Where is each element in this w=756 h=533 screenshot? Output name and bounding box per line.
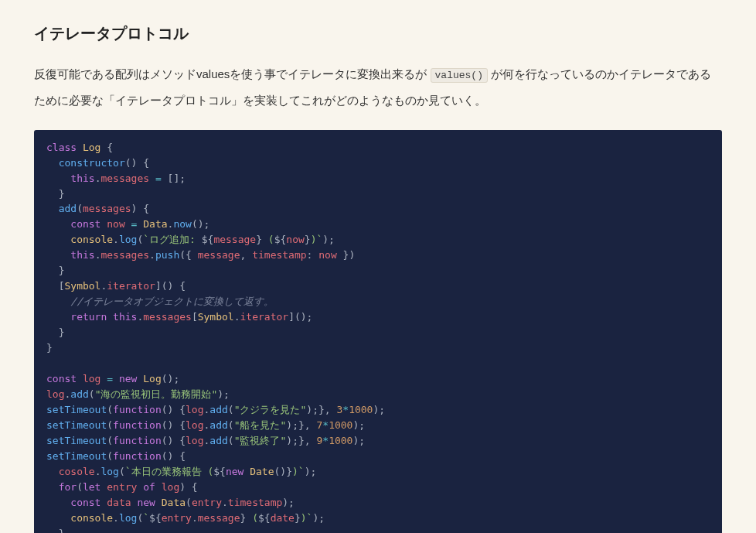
paragraph-text-before: 反復可能である配列はメソッドvaluesを使う事でイテレータに変換出来るが	[34, 67, 431, 80]
inline-code: values()	[431, 68, 488, 83]
section-heading: イテレータプロトコル	[34, 23, 722, 44]
intro-paragraph: 反復可能である配列はメソッドvaluesを使う事でイテレータに変換出来るが va…	[34, 61, 722, 113]
code-content: class Log { constructor() { this.message…	[46, 142, 385, 533]
code-block[interactable]: class Log { constructor() { this.message…	[34, 130, 722, 533]
